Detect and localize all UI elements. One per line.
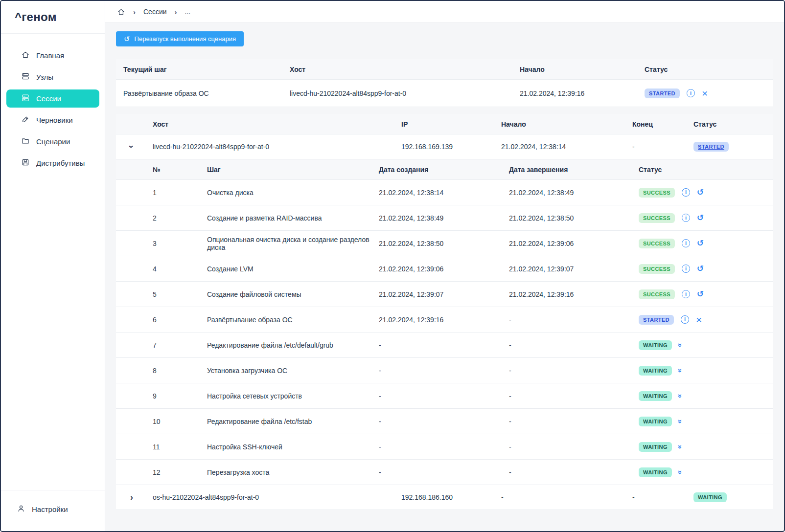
status-badge: SUCCESS [639,239,675,248]
cancel-step-icon[interactable]: × [696,314,702,325]
pencil-icon [21,115,30,125]
step-finished: 21.02.2024, 12:38:49 [509,189,639,197]
col-header-created: Дата создания [379,166,509,174]
col-header-current-step: Текущий шаг [123,66,290,73]
info-icon[interactable]: i [682,265,690,273]
status-badge: SUCCESS [639,188,675,198]
folder-icon [21,136,30,147]
host-row-collapsed[interactable]: › os-hu-21022024-alt84spp9-for-at-0 192.… [116,485,773,510]
expand-chevron-icon[interactable]: › [130,493,133,502]
current-step-table: Текущий шаг Хост Начало Статус Развёртыв… [116,59,773,107]
restart-step-icon[interactable]: ↺ [697,290,704,298]
cancel-step-icon[interactable]: × [702,88,708,98]
skip-to-step-icon[interactable]: » [677,470,684,474]
info-icon[interactable]: i [687,89,695,97]
current-step-row: Развёртывание образа ОС livecd-hu-210220… [116,80,773,107]
breadcrumb-separator-icon: › [175,8,177,16]
info-icon[interactable]: i [682,188,690,197]
step-created: - [379,418,509,425]
status-badge: STARTED [639,315,674,325]
sidebar: ^геном Главная Узлы Сессии Черновики Сце… [1,1,105,531]
step-created: 21.02.2024, 12:38:49 [379,214,509,222]
step-name: Перезагрузка хоста [207,468,379,476]
breadcrumb-current[interactable]: ... [185,8,191,16]
status-badge: STARTED [693,142,729,152]
sidebar-item-distributions[interactable]: Дистрибутивы [6,154,99,172]
skip-to-step-icon[interactable]: » [677,445,684,448]
step-number: 5 [153,290,207,298]
step-name: Редактирование файла /etc/fstab [207,418,379,425]
current-step-name: Развёртывание образа ОС [123,89,290,97]
current-step-header: Текущий шаг Хост Начало Статус [116,59,773,80]
step-finished: - [509,468,639,476]
col-header-start: Начало [520,66,645,73]
current-step-host: livecd-hu-21022024-alt84spp9-for-at-0 [290,89,520,97]
sidebar-item-label: Узлы [36,73,53,81]
host-name: os-hu-21022024-alt84spp9-for-at-0 [153,493,401,501]
step-finished: - [509,443,639,451]
steps-header: № Шаг Дата создания Дата завершения Стат… [116,159,773,180]
step-row: 5 Создание файловой системы 21.02.2024, … [116,282,773,307]
skip-to-step-icon[interactable]: » [677,394,684,398]
skip-to-step-icon[interactable]: » [677,420,684,423]
step-finished: - [509,367,639,375]
step-name: Настройка SSH-ключей [207,443,379,451]
logo-area: ^геном [1,1,105,34]
steps-table: № Шаг Дата создания Дата завершения Стат… [116,159,773,485]
step-finished: - [509,392,639,400]
restart-step-icon[interactable]: ↺ [697,239,704,247]
info-icon[interactable]: i [681,315,689,324]
step-row: 3 Опциональная очистка диска и создание … [116,231,773,256]
status-badge: WAITING [639,366,672,376]
hosts-header: Хост IP Начало Конец Статус [116,114,773,134]
step-row: 7 Редактирование файла /etc/default/grub… [116,332,773,358]
sidebar-item-scenarios[interactable]: Сценарии [6,133,99,151]
collapse-chevron-icon[interactable]: › [127,145,136,148]
skip-to-step-icon[interactable]: » [677,369,684,372]
step-name: Опциональная очистка диска и создание ра… [207,236,379,251]
sidebar-item-drafts[interactable]: Черновики [6,111,99,129]
restart-step-icon[interactable]: ↺ [697,265,704,273]
host-row-expanded[interactable]: › livecd-hu-21022024-alt84spp9-for-at-0 … [116,134,773,159]
col-header-end: Конец [632,120,693,128]
step-name: Развёртывание образа ОС [207,316,379,324]
info-icon[interactable]: i [682,239,690,247]
step-name: Создание и разметка RAID-массива [207,214,379,222]
sidebar-item-label: Черновики [36,116,73,124]
sidebar-item-nodes[interactable]: Узлы [6,68,99,86]
skip-to-step-icon[interactable]: » [677,343,684,347]
sidebar-item-home[interactable]: Главная [6,46,99,65]
step-name: Настройка сетевых устройств [207,392,379,400]
step-number: 8 [153,367,207,375]
sidebar-item-label: Дистрибутивы [36,159,85,167]
breadcrumb-separator-icon: › [133,8,136,16]
restart-step-icon[interactable]: ↺ [697,188,704,197]
info-icon[interactable]: i [682,290,690,298]
col-header-ip: IP [401,120,501,128]
status-badge: WAITING [639,442,672,452]
main-area: › Сессии › ... ↺ Перезапуск выполнения с… [105,1,784,531]
step-created: - [379,392,509,400]
step-number: 2 [153,214,207,222]
breadcrumb-sessions[interactable]: Сессии [143,8,167,16]
step-created: 21.02.2024, 12:39:07 [379,290,509,298]
step-finished: 21.02.2024, 12:39:06 [509,240,639,247]
sidebar-item-settings[interactable]: Настройки [1,490,105,531]
host-start: 21.02.2024, 12:38:14 [501,143,632,151]
step-row: 4 Создание LVM 21.02.2024, 12:39:06 21.0… [116,256,773,282]
info-icon[interactable]: i [682,214,690,222]
restart-step-icon[interactable]: ↺ [697,214,704,222]
distro-icon [21,158,30,168]
host-ip: 192.168.169.139 [401,143,501,151]
step-finished: 21.02.2024, 12:39:16 [509,290,639,298]
step-row: 8 Установка загрузчика ОС - - WAITING » [116,358,773,383]
col-header-status: Статус [639,166,773,174]
step-number: 4 [153,265,207,273]
step-finished: - [509,316,639,324]
col-header-start: Начало [501,120,632,128]
sidebar-item-sessions[interactable]: Сессии [6,89,99,108]
restart-scenario-button[interactable]: ↺ Перезапуск выполнения сценария [116,31,244,46]
status-badge: SUCCESS [639,213,675,223]
step-finished: - [509,341,639,349]
breadcrumb-home-icon[interactable] [117,8,125,16]
